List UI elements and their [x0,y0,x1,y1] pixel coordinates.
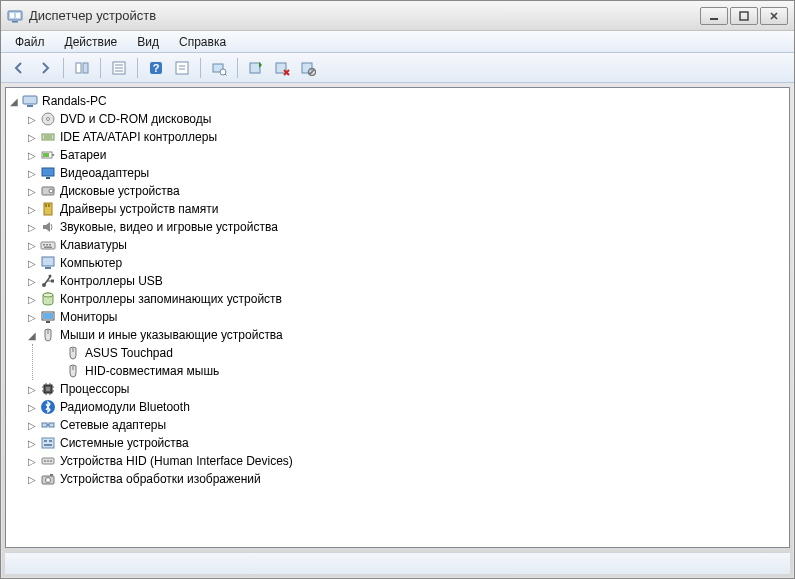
back-button[interactable] [7,56,31,80]
category-node[interactable]: ▷Дисковые устройства [26,182,787,200]
expand-icon[interactable]: ▷ [26,473,38,485]
expand-icon[interactable]: ▷ [26,239,38,251]
expand-icon[interactable]: ▷ [26,275,38,287]
category-node[interactable]: ▷Сетевые адаптеры [26,416,787,434]
svg-point-79 [47,460,49,462]
category-node[interactable]: ▷Драйверы устройств памяти [26,200,787,218]
expand-icon[interactable]: ▷ [26,113,38,125]
category-node[interactable]: ◢Мыши и иные указывающие устройства [26,326,787,344]
svg-rect-2 [10,13,14,18]
svg-rect-60 [46,387,50,391]
mouse-icon [65,345,81,361]
expand-icon[interactable]: ▷ [26,167,38,179]
category-label: Видеоадаптеры [60,166,149,180]
forward-button[interactable] [33,56,57,80]
close-button[interactable] [760,7,788,25]
svg-point-80 [50,460,52,462]
statusbar [5,552,790,574]
menu-action[interactable]: Действие [55,33,128,51]
disable-button[interactable] [296,56,320,80]
menu-help[interactable]: Справка [169,33,236,51]
expand-icon[interactable]: ▷ [26,149,38,161]
bluetooth-icon [40,399,56,415]
svg-rect-55 [46,321,50,323]
expand-icon[interactable]: ▷ [26,221,38,233]
svg-point-51 [49,275,52,278]
toolbar-separator [200,58,201,78]
svg-line-17 [225,74,227,76]
imaging-icon [40,471,56,487]
update-driver-button[interactable] [244,56,268,80]
category-node[interactable]: ▷Устройства HID (Human Interface Devices… [26,452,787,470]
usb-icon [40,273,56,289]
svg-rect-34 [46,177,50,179]
window-frame: Диспетчер устройств Файл Действие Вид Сп… [0,0,795,579]
category-node[interactable]: ▷Компьютер [26,254,787,272]
collapse-icon[interactable]: ◢ [8,95,20,107]
category-node[interactable]: ▷Устройства обработки изображений [26,470,787,488]
maximize-button[interactable] [730,7,758,25]
expand-icon[interactable]: ▷ [26,437,38,449]
toolbar-separator [100,58,101,78]
svg-rect-43 [49,244,51,246]
category-node[interactable]: ▷Контроллеры запоминающих устройств [26,290,787,308]
category-node[interactable]: ▷Системные устройства [26,434,787,452]
uninstall-button[interactable] [270,56,294,80]
device-tree-panel[interactable]: ◢Randals-PC▷DVD и CD-ROM дисководы▷IDE A… [5,87,790,548]
show-hidden-button[interactable] [70,56,94,80]
expand-icon[interactable]: ▷ [26,383,38,395]
menu-view[interactable]: Вид [127,33,169,51]
svg-rect-45 [42,257,54,266]
category-node[interactable]: ▷Мониторы [26,308,787,326]
category-node[interactable]: ▷DVD и CD-ROM дисководы [26,110,787,128]
svg-rect-74 [44,440,47,442]
collapse-icon[interactable]: ◢ [26,329,38,341]
properties-button[interactable] [107,56,131,80]
svg-rect-4 [710,18,718,20]
category-label: IDE ATA/ATAPI контроллеры [60,130,217,144]
category-label: Устройства обработки изображений [60,472,261,486]
minimize-button[interactable] [700,7,728,25]
category-node[interactable]: ▷Звуковые, видео и игровые устройства [26,218,787,236]
svg-rect-70 [42,423,47,427]
expand-icon[interactable]: ▷ [26,185,38,197]
svg-rect-73 [42,438,54,448]
expand-icon[interactable]: ▷ [26,311,38,323]
category-label: Радиомодули Bluetooth [60,400,190,414]
category-node[interactable]: ▷Клавиатуры [26,236,787,254]
category-node[interactable]: ▷Батареи [26,146,787,164]
svg-rect-14 [176,62,188,74]
menu-file[interactable]: Файл [5,33,55,51]
svg-rect-27 [42,134,54,140]
scan-hardware-button[interactable] [207,56,231,80]
sound-icon [40,219,56,235]
svg-rect-33 [42,168,54,176]
disk-icon [40,183,56,199]
expand-icon[interactable]: ▷ [26,419,38,431]
svg-rect-3 [16,13,20,18]
svg-rect-7 [83,63,88,73]
titlebar[interactable]: Диспетчер устройств [1,1,794,31]
expand-icon[interactable]: ▷ [26,293,38,305]
svg-rect-44 [44,247,52,249]
device-node[interactable]: HID-совместимая мышь [51,362,787,380]
category-node[interactable]: ▷Видеоадаптеры [26,164,787,182]
expand-icon[interactable]: ▷ [26,401,38,413]
svg-text:?: ? [153,62,160,74]
expand-icon[interactable]: ▷ [26,131,38,143]
help-button[interactable]: ? [144,56,168,80]
keyboard-icon [40,237,56,253]
category-node[interactable]: ▷Радиомодули Bluetooth [26,398,787,416]
expand-icon[interactable]: ▷ [26,455,38,467]
svg-rect-42 [46,244,48,246]
action-button[interactable] [170,56,194,80]
category-node[interactable]: ▷IDE ATA/ATAPI контроллеры [26,128,787,146]
category-node[interactable]: ▷Контроллеры USB [26,272,787,290]
category-label: Системные устройства [60,436,189,450]
device-node[interactable]: ASUS Touchpad [51,344,787,362]
svg-rect-1 [12,21,18,23]
category-node[interactable]: ▷Процессоры [26,380,787,398]
tree-root-node[interactable]: ◢Randals-PC [8,92,787,110]
expand-icon[interactable]: ▷ [26,257,38,269]
expand-icon[interactable]: ▷ [26,203,38,215]
